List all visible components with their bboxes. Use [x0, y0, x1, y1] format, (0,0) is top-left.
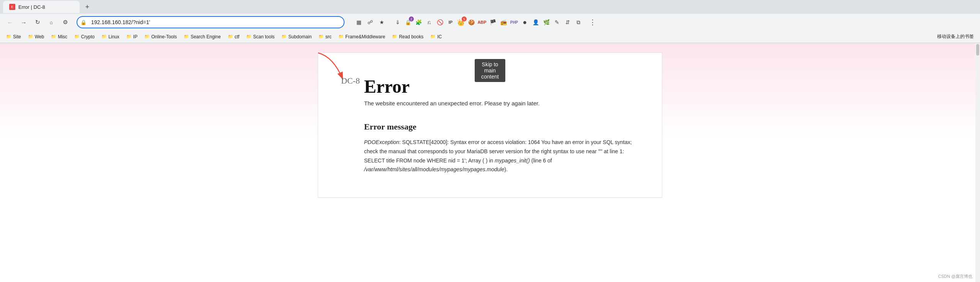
error-container: Skip to main content DC-8 Error The webs… — [318, 52, 662, 198]
bookmark-label: Frame&Middleware — [345, 34, 385, 39]
bookmark-ctf[interactable]: 📁 ctf — [225, 33, 243, 41]
main-area: Skip to main content DC-8 Error The webs… — [0, 43, 980, 282]
cookie-icon[interactable]: 🍪 — [466, 17, 476, 27]
bookmark-search-engine[interactable]: 📁 Search Engine — [181, 33, 224, 41]
settings-button[interactable]: ⚙ — [60, 17, 70, 28]
error-body: PDOException: SQLSTATE[42000]: Syntax er… — [364, 138, 639, 174]
page-content: Skip to main content DC-8 Error The webs… — [0, 43, 980, 282]
bookmark-scan-tools[interactable]: 📁 Scan tools — [243, 33, 278, 41]
address-bar-container: 🔒 — [77, 16, 345, 28]
back-button[interactable]: ← — [5, 17, 15, 28]
scrollbar-thumb[interactable] — [976, 44, 979, 56]
bookmark-label: Web — [35, 34, 44, 39]
bookmark-label: Read books — [399, 34, 423, 39]
ip-icon[interactable]: IP — [446, 17, 456, 27]
bookmark-subdomain[interactable]: 📁 Subdomain — [278, 33, 315, 41]
php-icon[interactable]: PHP — [509, 17, 519, 27]
shield-icon: 🔒 — [80, 20, 87, 25]
bookmark-misc[interactable]: 📁 Misc — [48, 33, 70, 41]
bookmark-label: Scan tools — [253, 34, 274, 39]
extension-icons: ⇓ 🔒 2 🧩 ⎌ 🚫 IP 👑 5 🍪 ABP 🏴 📻 PHP ● 👤 🌿 ✎… — [393, 17, 583, 27]
bookmark-folder-icon12: 📁 — [318, 34, 324, 39]
reload-button[interactable]: ↻ — [32, 17, 43, 28]
text-icon[interactable]: ABP — [477, 17, 487, 27]
bookmark-src[interactable]: 📁 src — [315, 33, 335, 41]
qr-icon[interactable]: ▦ — [354, 17, 364, 27]
bookmark-label: Site — [13, 34, 21, 39]
bookmark-folder-icon3: 📁 — [51, 34, 56, 39]
bookmarks-bar: 📁 Site 📁 Web 📁 Misc 📁 Crypto 📁 Linux 📁 I… — [0, 31, 980, 43]
bookmark-label: src — [325, 34, 332, 39]
extension-purple-badge[interactable]: 🔒 2 — [403, 18, 413, 27]
download-icon[interactable]: ⇓ — [393, 17, 403, 27]
address-input[interactable] — [77, 16, 345, 28]
block-icon[interactable]: 🚫 — [435, 17, 445, 27]
bookmark-label: Crypto — [81, 34, 95, 39]
error-exception-italic: PDOException — [364, 139, 399, 145]
bookmark-folder-icon15: 📁 — [430, 34, 436, 39]
center-nav-icons: ▦ ☍ ★ — [354, 17, 387, 27]
tab-favicon: E — [9, 4, 15, 10]
resize-icon[interactable]: ⇵ — [563, 17, 573, 27]
bookmark-web[interactable]: 📁 Web — [25, 33, 47, 41]
bookmark-label: IC — [437, 34, 442, 39]
user-icon[interactable]: 👤 — [531, 17, 541, 27]
new-tab-button[interactable]: + — [82, 2, 93, 12]
bookmark-folder-icon9: 📁 — [228, 34, 233, 39]
error-function-italic: mypages_init() — [495, 157, 530, 164]
bookmark-folder-icon6: 📁 — [126, 34, 132, 39]
forward-button[interactable]: → — [18, 17, 29, 28]
browser-chrome: E Error | DC-8 + ← → ↻ ⌂ ⚙ 🔒 ▦ ☍ ★ ⇓ 🔒 — [0, 0, 980, 43]
error-body-close: ). — [504, 166, 508, 172]
mobile-bookmarks[interactable]: 移动设备上的书签 — [934, 32, 977, 41]
bookmark-crypto[interactable]: 📁 Crypto — [71, 33, 98, 41]
bookmark-frame-middleware[interactable]: 📁 Frame&Middleware — [335, 33, 388, 41]
bookmark-folder-icon: 📁 — [6, 34, 11, 39]
dc-label: DC-8 — [341, 76, 360, 86]
bookmark-linux[interactable]: 📁 Linux — [98, 33, 122, 41]
flag-icon[interactable]: 🏴 — [488, 17, 498, 27]
bookmark-label: Misc — [58, 34, 67, 39]
pen-icon[interactable]: ✎ — [552, 17, 562, 27]
bookmark-label: IP — [133, 34, 137, 39]
badge-count: 2 — [409, 16, 414, 21]
bookmark-folder-icon14: 📁 — [392, 34, 397, 39]
skip-to-main-button[interactable]: Skip to main content — [475, 59, 505, 82]
error-message-title: Error message — [364, 122, 639, 132]
bookmark-site[interactable]: 📁 Site — [3, 33, 24, 41]
star-icon[interactable]: ★ — [377, 17, 387, 27]
translate-icon[interactable]: ☍ — [365, 17, 375, 27]
monitor-icon[interactable]: 📻 — [498, 17, 508, 27]
bookmark-folder-icon8: 📁 — [184, 34, 189, 39]
bookmark-folder-icon2: 📁 — [28, 34, 33, 39]
nav-bar: ← → ↻ ⌂ ⚙ 🔒 ▦ ☍ ★ ⇓ 🔒 2 🧩 ⎌ 🚫 IP — [0, 14, 980, 31]
profile-area: ⋮ — [588, 18, 597, 27]
error-subtitle: The website encountered an unexpected er… — [364, 100, 639, 107]
bookmark-ip[interactable]: 📁 IP — [123, 33, 140, 41]
back2-icon[interactable]: ⎌ — [424, 17, 434, 27]
menu-dots[interactable]: ⋮ — [588, 18, 597, 27]
bookmarks-right: 移动设备上的书签 — [934, 32, 977, 41]
bookmark-read-books[interactable]: 📁 Read books — [389, 33, 426, 41]
watermark: CSDN @腐宫博也 — [938, 274, 972, 279]
bookmark-label: ctf — [235, 34, 240, 39]
bookmark-folder-icon5: 📁 — [101, 34, 107, 39]
tab-bar: E Error | DC-8 + — [0, 0, 980, 14]
active-tab[interactable]: E Error | DC-8 — [3, 1, 80, 13]
home-button[interactable]: ⌂ — [46, 17, 57, 28]
tab-title: Error | DC-8 — [18, 4, 45, 10]
bookmark-folder-icon7: 📁 — [144, 34, 150, 39]
bookmark-label: Linux — [108, 34, 119, 39]
error-body-end: (line 6 of — [530, 157, 552, 164]
bookmark-folder-icon4: 📁 — [74, 34, 80, 39]
bookmark-ic[interactable]: 📁 IC — [427, 33, 445, 41]
puzzle-icon[interactable]: 🧩 — [413, 17, 423, 27]
circle-icon[interactable]: ● — [520, 17, 530, 27]
arrow-annotation — [287, 49, 364, 100]
extension-badge2[interactable]: 👑 5 — [456, 18, 466, 27]
bookmark-online-tools[interactable]: 📁 Online-Tools — [141, 33, 180, 41]
scrollbar[interactable] — [975, 43, 980, 282]
leaf-icon[interactable]: 🌿 — [541, 17, 551, 27]
expand-icon[interactable]: ⧉ — [573, 17, 583, 27]
badge-count2: 5 — [462, 16, 467, 21]
